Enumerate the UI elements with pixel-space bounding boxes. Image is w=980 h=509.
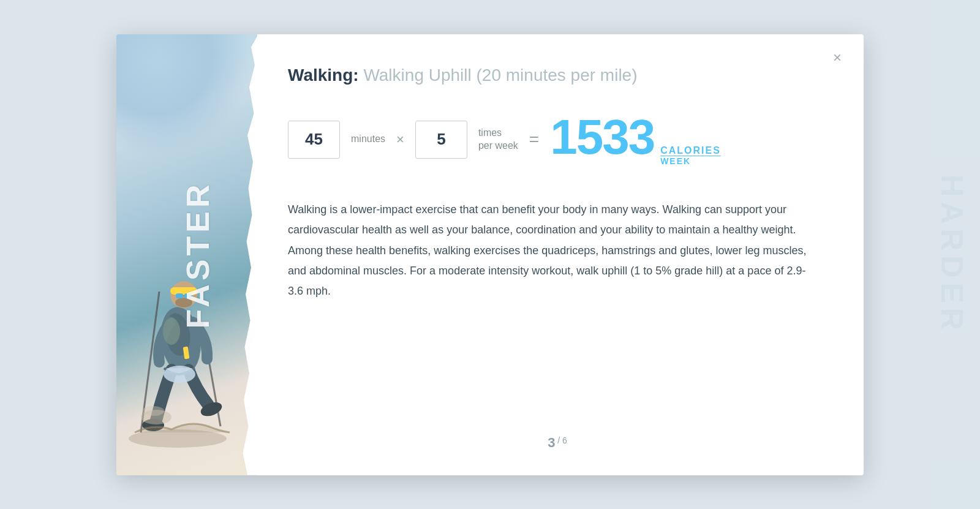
exercise-description: Walking is a lower-impact exercise that … [288,200,815,422]
calories-label: CALORIES [660,145,721,156]
watercolor-decoration [116,34,251,157]
equals-operator: = [529,130,539,149]
minutes-input[interactable]: 45 [288,121,340,159]
svg-point-15 [163,318,180,345]
modal-image-panel: FASTER [116,34,257,475]
week-label: WEEK [660,156,721,166]
athlete-illustration [123,200,233,457]
exercise-modal: FASTER [116,34,864,475]
close-button[interactable]: × [826,47,848,69]
result-number: 1533 [550,113,654,162]
result-unit-labels: CALORIES WEEK [660,145,721,166]
pagination: 3 / 6 [288,423,827,451]
page-current: 3 [548,435,555,450]
title-suffix: Walking Uphill (20 minutes per mile) [359,66,638,85]
calorie-calculator: 45 minutes × 5 times per week = 1533 CAL… [288,113,827,166]
modal-title: Walking: Walking Uphill (20 minutes per … [288,65,827,86]
minutes-label: minutes [351,133,385,146]
title-prefix: Walking: [288,66,359,85]
calorie-result: 1533 CALORIES WEEK [550,113,721,166]
modal-overlay: HARDER › FASTER [0,0,980,509]
times-input[interactable]: 5 [415,121,467,159]
left-vertical-text: FASTER [179,181,216,328]
multiply-operator: × [396,132,404,148]
times-label: times per week [478,127,518,153]
right-decorative-text: HARDER [934,175,970,335]
svg-point-14 [164,366,195,383]
modal-body: × Walking: Walking Uphill (20 minutes pe… [257,34,864,475]
svg-point-17 [142,406,164,416]
page-total: / 6 [555,435,567,445]
